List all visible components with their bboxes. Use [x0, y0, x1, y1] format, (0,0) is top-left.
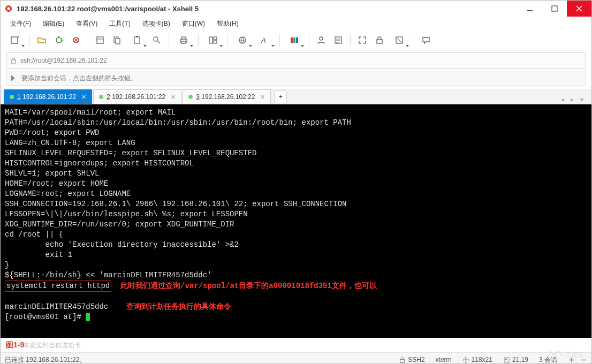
disconnect-button[interactable]: [69, 33, 84, 48]
menu-window[interactable]: 窗口(W): [178, 18, 209, 29]
svg-rect-17: [209, 37, 212, 43]
status-dot-icon: [99, 95, 103, 99]
menu-view[interactable]: 查看(V): [72, 18, 102, 29]
layout-button[interactable]: [203, 33, 223, 48]
figure-label: 图1-9: [6, 340, 24, 350]
tab-scroll-left-button[interactable]: ◂: [558, 95, 567, 104]
svg-rect-19: [214, 41, 217, 43]
session-tab-3[interactable]: 3 192.168.26.102:22 ✕: [183, 89, 271, 104]
user-button[interactable]: [314, 33, 329, 48]
hint-text: 要添加当前会话，点击左侧的箭头按钮。: [21, 74, 137, 83]
reconnect-button[interactable]: [51, 33, 66, 48]
window-title: 192.168.26.101:22 root@vms001:/var/spool…: [17, 5, 518, 13]
lock-icon: [399, 357, 406, 363]
chat-button[interactable]: [419, 33, 434, 48]
status-size: 118x21: [472, 356, 492, 363]
svg-rect-15: [181, 37, 186, 39]
svg-rect-29: [11, 60, 16, 63]
lock-button[interactable]: [372, 33, 387, 48]
status-dot-icon: [188, 95, 193, 99]
svg-rect-32: [505, 359, 507, 360]
highlighted-command: systemctl restart httpd: [5, 280, 111, 292]
svg-rect-2: [527, 10, 533, 11]
annotation-text-2: 查询到计划任务执行的具体命令: [126, 302, 231, 311]
watermark: 亿速云: [547, 349, 589, 362]
status-connection: 已连接 192.168.26.101:22。: [5, 355, 393, 365]
menu-bar: 文件(F) 编辑(E) 查看(V) 工具(T) 选项卡(B) 窗口(W) 帮助(…: [1, 17, 591, 31]
add-session-arrow-button[interactable]: [9, 73, 18, 83]
app-logo: [5, 5, 12, 12]
tab-list-button[interactable]: ▾: [578, 95, 586, 104]
svg-rect-24: [296, 37, 298, 43]
script-button[interactable]: [331, 33, 346, 48]
terminal-output[interactable]: MAIL=/var/spool/mail/root; export MAIL P…: [1, 104, 591, 338]
svg-point-25: [320, 37, 323, 40]
svg-rect-27: [377, 40, 382, 43]
transparency-button[interactable]: [389, 33, 409, 48]
svg-text:亿速云: 亿速云: [564, 351, 584, 359]
send-input-placeholder[interactable]: 本发送到当前选项卡: [23, 341, 81, 350]
lock-icon: [10, 57, 17, 64]
status-termtype: xterm: [436, 356, 452, 363]
close-tab-icon[interactable]: ✕: [171, 94, 176, 101]
cursor-pos-icon: [503, 357, 510, 363]
svg-rect-11: [134, 37, 140, 43]
menu-tools[interactable]: 工具(T): [105, 18, 134, 29]
svg-rect-10: [116, 39, 120, 44]
paste-button[interactable]: [127, 33, 147, 48]
close-tab-icon[interactable]: ✕: [260, 94, 265, 101]
svg-text:A: A: [261, 36, 266, 44]
session-tab-2[interactable]: 2 192.168.26.101:22 ✕: [93, 89, 181, 104]
svg-point-6: [56, 37, 62, 43]
tab-scroll-right-button[interactable]: ▸: [568, 95, 576, 104]
session-tab-1[interactable]: 1 192.168.26.101:22 ✕: [4, 89, 92, 104]
print-button[interactable]: [173, 33, 194, 48]
fullscreen-button[interactable]: [355, 33, 370, 48]
menu-edit[interactable]: 编辑(E): [39, 18, 69, 29]
maximize-button[interactable]: [542, 1, 567, 17]
svg-rect-22: [291, 37, 293, 43]
address-text[interactable]: ssh://root@192.168.26.101:22: [20, 57, 107, 64]
color-scheme-button[interactable]: [284, 33, 305, 48]
resize-icon: [462, 357, 469, 363]
status-cursor: 21,19: [512, 356, 528, 363]
toolbar: + A: [1, 31, 591, 50]
svg-rect-23: [293, 37, 295, 43]
svg-text:+: +: [17, 35, 20, 40]
status-dot-icon: [10, 95, 14, 99]
annotation-text-1: 此时我们通过查询/var/spool/at目录下的a00001018fd351文…: [120, 282, 377, 290]
font-button[interactable]: A: [255, 33, 275, 48]
close-button[interactable]: [567, 1, 591, 17]
terminal-cursor: [86, 313, 90, 321]
status-bar: 已连接 192.168.26.101:22。 SSH2 xterm 118x21…: [1, 353, 591, 364]
open-button[interactable]: [34, 33, 49, 48]
copy-button[interactable]: [110, 33, 125, 48]
find-button[interactable]: [149, 33, 164, 48]
svg-rect-30: [400, 359, 405, 362]
svg-point-13: [154, 37, 158, 41]
svg-rect-8: [97, 37, 103, 43]
svg-rect-12: [136, 36, 138, 37]
svg-rect-16: [181, 41, 186, 43]
status-protocol: SSH2: [408, 356, 424, 363]
new-tab-button[interactable]: +: [274, 90, 287, 103]
new-session-button[interactable]: +: [5, 33, 25, 48]
encoding-button[interactable]: [232, 33, 253, 48]
svg-rect-18: [214, 37, 217, 40]
minimize-button[interactable]: [518, 1, 542, 17]
svg-rect-3: [552, 6, 557, 11]
close-tab-icon[interactable]: ✕: [81, 94, 86, 101]
menu-help[interactable]: 帮助(H): [212, 18, 243, 29]
menu-tab[interactable]: 选项卡(B): [138, 18, 174, 29]
menu-file[interactable]: 文件(F): [6, 18, 35, 29]
svg-point-1: [7, 7, 10, 10]
properties-button[interactable]: [93, 33, 108, 48]
